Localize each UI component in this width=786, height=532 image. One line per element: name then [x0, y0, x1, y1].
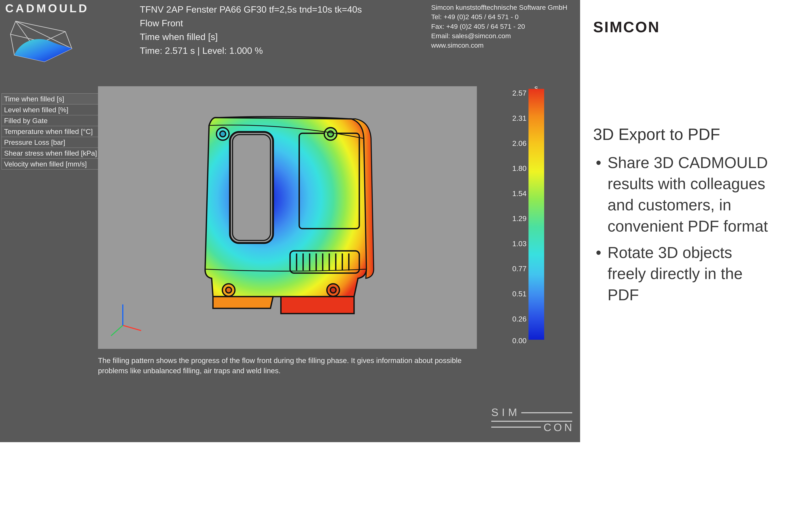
- slide-title: 3D Export to PDF: [593, 125, 773, 144]
- time-level-readout: Time: 2.571 s | Level: 1.000 %: [140, 44, 419, 57]
- scale-tick: 0.51: [506, 290, 527, 298]
- result-type-item[interactable]: Shear stress when filled [kPa]: [2, 148, 99, 159]
- vendor-company: Simcon kunststofftechnische Software Gmb…: [431, 3, 575, 12]
- vendor-web: www.simcon.com: [431, 41, 575, 50]
- result-type-item[interactable]: Time when filled [s]: [2, 94, 99, 105]
- slide-bullet: Rotate 3D objects freely directly in the…: [593, 242, 773, 305]
- svg-rect-1: [230, 132, 273, 243]
- vendor-fax: Fax: +49 (0)2 405 / 64 571 - 20: [431, 22, 575, 31]
- axis-triad-icon: [111, 304, 141, 336]
- app-brand: CADMOULD: [5, 3, 128, 14]
- svg-point-15: [220, 131, 226, 137]
- vendor-contact: Simcon kunststofftechnische Software Gmb…: [431, 3, 575, 66]
- svg-point-21: [330, 287, 336, 293]
- svg-text:SIM: SIM: [491, 407, 521, 418]
- vendor-tel: Tel: +49 (0)2 405 / 64 571 - 0: [431, 12, 575, 22]
- svg-line-23: [111, 325, 123, 336]
- slide-text-panel: SIMCON 3D Export to PDF Share 3D CADMOUL…: [580, 0, 786, 442]
- scale-tick: 2.06: [506, 139, 527, 147]
- scale-tick: 1.03: [506, 239, 527, 248]
- svg-line-22: [123, 325, 141, 330]
- result-type-list: Time when filled [s] Level when filled […: [2, 93, 99, 169]
- simcon-footer-logo-icon: SIM CON: [491, 407, 572, 434]
- cadmould-logo-icon: [5, 16, 78, 66]
- result-type-item[interactable]: Filled by Gate: [2, 115, 99, 126]
- scale-tick: 1.29: [506, 214, 527, 223]
- svg-text:CON: CON: [544, 421, 572, 433]
- scale-gradient-icon: [529, 89, 544, 340]
- scale-tick: 2.31: [506, 114, 527, 122]
- scale-tick: 1.54: [506, 189, 527, 198]
- result-quantity: Time when filled [s]: [140, 30, 419, 44]
- result-name: Flow Front: [140, 16, 419, 30]
- result-type-item[interactable]: Pressure Loss [bar]: [2, 137, 99, 148]
- scale-tick: 0.00: [506, 337, 527, 345]
- scale-tick: 0.77: [506, 264, 527, 273]
- slide-bullet: Share 3D CADMOULD results with colleague…: [593, 152, 773, 237]
- sim-part-icon: [205, 116, 374, 314]
- vendor-email: Email: sales@simcon.com: [431, 31, 575, 41]
- svg-point-19: [226, 287, 232, 293]
- slide-brand: SIMCON: [593, 18, 773, 36]
- scale-tick: 0.26: [506, 315, 527, 323]
- result-caption: The filling pattern shows the progress o…: [98, 355, 490, 376]
- result-type-item[interactable]: Temperature when filled [°C]: [2, 126, 99, 137]
- scale-tick: 1.80: [506, 164, 527, 172]
- svg-point-17: [328, 131, 333, 137]
- 3d-viewport[interactable]: [98, 86, 477, 349]
- result-type-item[interactable]: Velocity when filled [mm/s]: [2, 159, 99, 169]
- model-line: TFNV 2AP Fenster PA66 GF30 tf=2,5s tnd=1…: [140, 3, 419, 16]
- scale-tick: 2.57: [506, 89, 527, 97]
- slide-bullet-list: Share 3D CADMOULD results with colleague…: [593, 152, 773, 305]
- cadmould-report-viewer: CADMOULD: [0, 0, 580, 442]
- result-metadata: TFNV 2AP Fenster PA66 GF30 tf=2,5s tnd=1…: [140, 3, 419, 66]
- result-type-item[interactable]: Level when filled [%]: [2, 105, 99, 115]
